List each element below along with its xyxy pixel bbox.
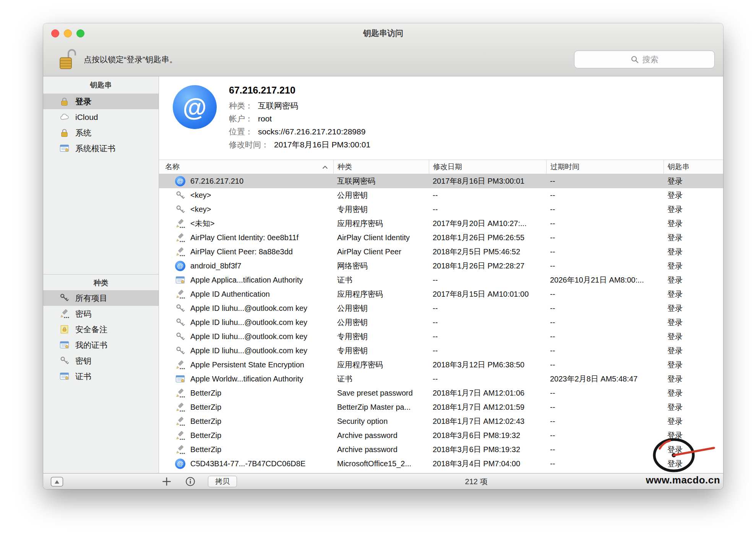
sidebar-item[interactable]: 密码	[43, 306, 159, 322]
cell-keychain: 登录	[664, 457, 723, 471]
cell-modified: 2018年1月7日 AM12:01:06	[429, 386, 546, 400]
main-panel: @ 67.216.217.210 种类：互联网密码帐户：root位置：socks…	[159, 76, 723, 473]
cell-expires: --	[546, 457, 664, 471]
password-icon	[175, 360, 185, 370]
window-title: 钥匙串访问	[363, 28, 403, 39]
cell-expires: --	[546, 245, 664, 259]
keychains-section-header: 钥匙串	[43, 80, 159, 90]
table-row[interactable]: Apple ID liuhu...@outlook.com key专用密钥---…	[159, 344, 723, 358]
column-header-keychain[interactable]: 钥匙串	[664, 160, 723, 174]
cell-modified: 2017年8月15日 AM10:01:00	[429, 287, 546, 301]
item-name: AirPlay Client Identity: 0ee8b11f	[190, 233, 299, 242]
table-row[interactable]: BetterZipArchive password2018年3月6日 PM8:1…	[159, 428, 723, 443]
sidebar-item[interactable]: 安全备注	[43, 322, 159, 337]
cell-modified: --	[429, 344, 546, 358]
sidebar-item[interactable]: 系统根证书	[43, 141, 159, 156]
table-row[interactable]: Apple ID liuhu...@outlook.com key专用密钥---…	[159, 330, 723, 344]
certificate-icon	[59, 371, 70, 381]
table-row[interactable]: Apple ID Authentication应用程序密码2017年8月15日 …	[159, 287, 723, 301]
sidebar-item[interactable]: 我的证书	[43, 337, 159, 353]
sidebar-item-label: 密钥	[75, 356, 91, 366]
cell-modified: 2018年1月7日 AM12:02:43	[429, 414, 546, 428]
toggle-keychains-button[interactable]	[50, 477, 63, 487]
cell-name: BetterZip	[159, 386, 333, 400]
key-icon	[175, 331, 185, 342]
item-name: Apple ID liuhu...@outlook.com key	[190, 332, 307, 341]
table-row[interactable]: <key>公用密钥----登录	[159, 188, 723, 202]
close-button[interactable]	[51, 29, 59, 37]
sidebar-item-label: 密码	[75, 309, 91, 319]
copy-button[interactable]: 拷贝	[208, 476, 237, 487]
table-row[interactable]: BetterZipSecurity option2018年1月7日 AM12:0…	[159, 414, 723, 428]
cell-kind: 公用密钥	[333, 188, 429, 202]
add-item-button[interactable]	[162, 477, 172, 486]
cell-name: BetterZip	[159, 400, 333, 414]
secure-note-icon	[59, 324, 70, 335]
sidebar-item[interactable]: iCloud	[43, 109, 159, 125]
cell-kind: AirPlay Client Identity	[333, 231, 429, 245]
search-field[interactable]: 搜索	[574, 50, 715, 68]
cell-name: AirPlay Client Peer: 8a88e3dd	[159, 245, 333, 259]
cell-name: Apple ID liuhu...@outlook.com key	[159, 330, 333, 344]
cell-modified: --	[429, 315, 546, 330]
item-name: BetterZip	[190, 403, 221, 412]
sidebar-item[interactable]: 证书	[43, 368, 159, 384]
table-row[interactable]: AirPlay Client Identity: 0ee8b11fAirPlay…	[159, 231, 723, 245]
column-header-modified[interactable]: 修改日期	[429, 160, 546, 174]
cell-kind: 网络密码	[333, 259, 429, 273]
column-header-label: 钥匙串	[668, 162, 689, 172]
info-button[interactable]	[185, 477, 195, 486]
column-header-kind[interactable]: 种类	[333, 160, 429, 174]
table-row[interactable]: @C5D43B14-77...-7B47CDC06D8EMicrosoftOff…	[159, 457, 723, 471]
table-row[interactable]: <未知>应用程序密码2017年9月20日 AM10:27:...--登录	[159, 217, 723, 231]
key-icon	[175, 317, 185, 328]
column-header-expires[interactable]: 过期时间	[546, 160, 664, 174]
zoom-button[interactable]	[76, 29, 84, 37]
unlock-padlock-icon[interactable]	[58, 48, 76, 71]
sidebar-item[interactable]: 登录	[43, 94, 159, 109]
cell-modified: --	[429, 372, 546, 386]
certificate-icon	[59, 143, 70, 154]
item-name: android_8bf3f7	[190, 262, 241, 270]
password-icon	[175, 218, 185, 229]
item-name: Apple ID liuhu...@outlook.com key	[190, 318, 307, 327]
table-row[interactable]: <key>专用密钥----登录	[159, 202, 723, 217]
certificate-icon	[175, 275, 185, 285]
key-icon	[175, 303, 185, 314]
table-row[interactable]: BetterZipBetterZip Master pa...2018年1月7日…	[159, 400, 723, 414]
cell-kind: Archive password	[333, 428, 429, 443]
minimize-button[interactable]	[64, 29, 72, 37]
window-body: 钥匙串 登录iCloud系统系统根证书 种类 所有项目密码安全备注我的证书密钥证…	[43, 76, 723, 473]
column-header-name[interactable]: 名称	[159, 160, 333, 174]
sidebar-item[interactable]: 系统	[43, 125, 159, 141]
table-row[interactable]: @android_8bf3f7网络密码2018年1月26日 PM2:28:27-…	[159, 259, 723, 273]
item-name: Apple Applica...tification Authority	[190, 276, 303, 284]
table-row[interactable]: BetterZipSave preset password2018年1月7日 A…	[159, 386, 723, 400]
table-row[interactable]: Apple Persistent State Encryption应用程序密码2…	[159, 358, 723, 372]
detail-field-value: socks://67.216.217.210:28989	[258, 127, 365, 136]
status-bar: 拷贝 212 项	[43, 473, 723, 489]
cell-name: Apple ID liuhu...@outlook.com key	[159, 344, 333, 358]
item-name: <key>	[190, 191, 211, 200]
password-icon	[175, 416, 185, 427]
cell-name: BetterZip	[159, 414, 333, 428]
cell-modified: --	[429, 301, 546, 315]
table-row[interactable]: AirPlay Client Peer: 8a88e3ddAirPlay Cli…	[159, 245, 723, 259]
cell-kind: Security option	[333, 414, 429, 428]
table-row[interactable]: Apple Applica...tification Authority证书--…	[159, 273, 723, 287]
cell-kind: 公用密钥	[333, 315, 429, 330]
table-row[interactable]: Apple ID liuhu...@outlook.com key公用密钥---…	[159, 315, 723, 330]
table-row[interactable]: Apple ID liuhu...@outlook.com key公用密钥---…	[159, 301, 723, 315]
keychain-access-window: 钥匙串访问 点按以锁定“登录”钥匙串。 搜索	[43, 23, 723, 489]
cell-keychain: 登录	[664, 202, 723, 217]
cell-name: AirPlay Client Identity: 0ee8b11f	[159, 231, 333, 245]
table-row[interactable]: BetterZipArchive password2018年3月6日 PM8:1…	[159, 443, 723, 457]
detail-title: 67.216.217.210	[229, 85, 370, 96]
sidebar-item[interactable]: 密钥	[43, 353, 159, 368]
sidebar-item-label: 我的证书	[75, 340, 107, 351]
table-row[interactable]: Apple Worldw...tification Authority证书--2…	[159, 372, 723, 386]
table-row[interactable]: @67.216.217.210互联网密码2017年8月16日 PM3:00:01…	[159, 174, 723, 188]
cell-kind: 应用程序密码	[333, 287, 429, 301]
sidebar-item[interactable]: 所有项目	[43, 290, 159, 306]
cell-keychain: 登录	[664, 372, 723, 386]
